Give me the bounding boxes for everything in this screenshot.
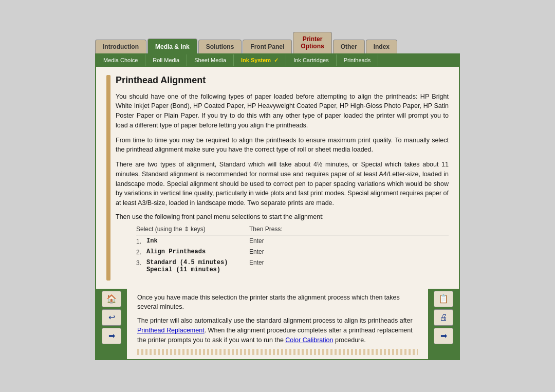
instruction-table: Select (using the ⇕ keys) Then Press: 1.… (136, 226, 449, 273)
row-press-2: Enter (249, 248, 264, 255)
subtab-sheet-media[interactable]: Sheet Media (187, 54, 234, 66)
list-icon: 📋 (438, 294, 449, 304)
col-header-press: Then Press: (249, 226, 301, 233)
forward-icon: ➡ (108, 331, 115, 341)
list-button[interactable]: 📋 (434, 291, 453, 307)
top-navigation: Introduction Media & Ink Solutions Front… (95, 32, 460, 53)
row-num-1: 1. (136, 237, 146, 245)
color-calibration-link[interactable]: Color Calibration (285, 337, 333, 344)
sub-navigation: Media Choice Roll Media Sheet Media Ink … (96, 54, 459, 67)
tab-printer-options[interactable]: PrinterOptions (293, 32, 331, 53)
row-select-2: Align Printheads (146, 248, 249, 255)
main-wrapper: Media Choice Roll Media Sheet Media Ink … (95, 53, 460, 361)
checkmark-icon: ✓ (274, 57, 279, 63)
printhead-replacement-link[interactable]: Printhead Replacement (137, 327, 205, 334)
paragraph-1: You should have one of the following typ… (116, 92, 449, 130)
content-body: Printhead Alignment You should have one … (116, 75, 449, 281)
row-num-3: 3. (136, 259, 146, 267)
row-press-3: Enter (249, 259, 264, 266)
back-icon: ↩ (108, 312, 115, 322)
paragraph-2: From time to time you may be required to… (116, 136, 449, 155)
table-row: 3. Standard (4.5 minutes)Special (11 min… (136, 259, 449, 273)
home-button[interactable]: 🏠 (102, 291, 121, 307)
bottom-paragraph-1: Once you have made this selection the pr… (137, 293, 418, 312)
row-press-1: Enter (249, 237, 264, 245)
instruction-line: Then use the following front panel menu … (116, 213, 449, 220)
row-select-1: Ink (146, 237, 249, 245)
forward-button[interactable]: ➡ (102, 328, 121, 344)
tab-introduction[interactable]: Introduction (95, 40, 146, 53)
bottom-section: 🏠 ↩ ➡ Once you have made this selection … (96, 289, 459, 360)
bottom-content: Once you have made this selection the pr… (127, 289, 428, 360)
zigzag-decoration (137, 349, 418, 355)
subtab-media-choice[interactable]: Media Choice (96, 54, 145, 66)
tab-front-panel[interactable]: Front Panel (243, 40, 292, 53)
col-header-select: Select (using the ⇕ keys) (136, 226, 249, 233)
row-select-3: Standard (4.5 minutes)Special (11 minute… (146, 259, 249, 273)
print-icon: 🖨 (439, 313, 448, 322)
paragraph-3: There are two types of alignment, Standa… (116, 160, 449, 208)
tab-index[interactable]: Index (366, 40, 397, 53)
table-row: 1. Ink Enter (136, 237, 449, 245)
table-header: Select (using the ⇕ keys) Then Press: (136, 226, 449, 235)
subtab-roll-media[interactable]: Roll Media (145, 54, 187, 66)
tab-other[interactable]: Other (333, 40, 365, 53)
content-area: Printhead Alignment You should have one … (96, 67, 459, 289)
app-container: Introduction Media & Ink Solutions Front… (95, 32, 460, 361)
print-button[interactable]: 🖨 (434, 309, 453, 326)
back-button[interactable]: ↩ (102, 309, 121, 326)
bottom-paragraph-2: The printer will also automatically use … (137, 316, 418, 345)
subtab-printheads[interactable]: Printheads (337, 54, 379, 66)
next-icon: ➡ (440, 331, 447, 341)
right-nav-buttons: 📋 🖨 ➡ (428, 289, 459, 360)
subtab-ink-cartridges[interactable]: Ink Cartridges (286, 54, 336, 66)
next-button[interactable]: ➡ (434, 328, 453, 344)
left-nav-buttons: 🏠 ↩ ➡ (96, 289, 127, 360)
row-num-2: 2. (136, 248, 146, 256)
left-accent-bar (106, 75, 110, 281)
table-row: 2. Align Printheads Enter (136, 248, 449, 256)
tab-media-ink[interactable]: Media & Ink (147, 39, 197, 53)
subtab-ink-system[interactable]: Ink System ✓ (234, 54, 286, 66)
home-icon: 🏠 (106, 294, 117, 304)
tab-solutions[interactable]: Solutions (198, 40, 242, 53)
page-title: Printhead Alignment (116, 75, 449, 86)
